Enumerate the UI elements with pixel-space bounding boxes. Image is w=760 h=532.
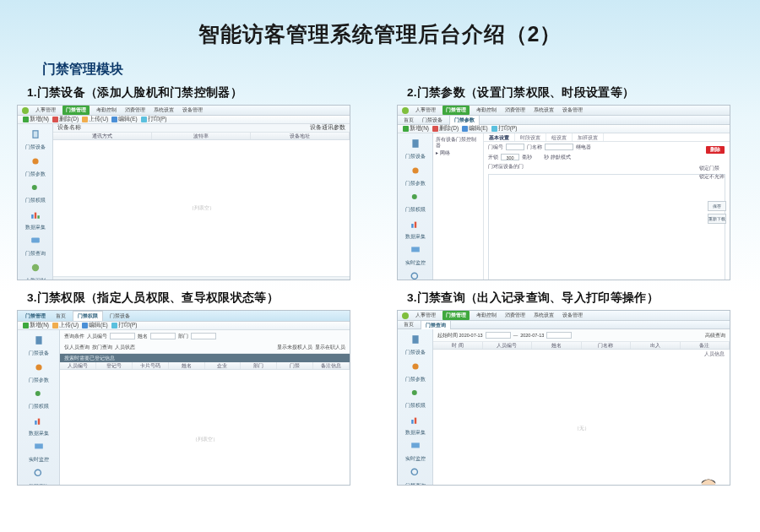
sidebar-query[interactable]: 门禁查询 [25, 252, 46, 257]
search-icon[interactable] [32, 467, 46, 480]
tab-query[interactable]: 门禁查询 [421, 320, 451, 330]
chart-icon[interactable] [32, 414, 46, 427]
sidebar-device[interactable]: 门禁设备 [405, 350, 426, 356]
sidebar-device[interactable]: 门禁设备 [25, 145, 46, 150]
search-icon[interactable] [409, 270, 422, 281]
key-icon[interactable] [29, 181, 42, 194]
print-button[interactable]: 打印(P) [111, 322, 138, 329]
sidebar-monitor[interactable]: 实时监控 [29, 458, 49, 463]
gear-icon[interactable] [29, 155, 42, 168]
menu-device[interactable]: 设备管理 [561, 312, 584, 319]
tab-device[interactable]: 门禁设备 [108, 312, 132, 320]
menu-attendance[interactable]: 考勤控制 [475, 312, 498, 319]
advanced-query-button[interactable]: 高级查询 [705, 333, 725, 339]
input-dateto[interactable] [546, 332, 572, 339]
edit-button[interactable]: 编辑(E) [111, 116, 138, 123]
upload-button[interactable]: 上传(U) [52, 322, 79, 329]
sidebar-monitor[interactable]: 实时监控 [405, 457, 426, 462]
menu-settings[interactable]: 系统设置 [152, 106, 176, 114]
door-icon[interactable] [32, 334, 46, 347]
device-tree[interactable]: 所有设备门禁控制器 ▸ 网络 [433, 133, 484, 280]
checkbox-unauth[interactable]: 显示未授权人员 [277, 345, 312, 350]
new-button[interactable]: 新增(N) [403, 125, 429, 133]
key-icon[interactable] [409, 190, 422, 204]
edit-button[interactable]: 编辑(E) [82, 322, 108, 329]
input-open[interactable]: 300 [501, 154, 519, 160]
sidebar-query[interactable]: 门禁查询 [405, 484, 426, 486]
tab-home[interactable]: 首页 [54, 312, 68, 320]
checkbox-status[interactable]: 人员状态 [115, 345, 135, 350]
sidebar-device[interactable]: 门禁设备 [405, 155, 426, 160]
chart-icon[interactable] [409, 217, 422, 231]
tab-home[interactable]: 首页 [402, 117, 415, 124]
menu-attendance[interactable]: 考勤控制 [475, 106, 498, 114]
tree-child[interactable]: ▸ 网络 [436, 149, 480, 157]
sidebar-perm[interactable]: 门禁权限 [405, 404, 426, 409]
tab-ot[interactable]: 加班设置 [573, 133, 604, 141]
sidebar-data[interactable]: 数据采集 [405, 431, 426, 436]
menu-consume[interactable]: 消费管理 [503, 106, 527, 114]
delete-button[interactable]: 删除(D) [432, 125, 459, 133]
menu-personnel[interactable]: 人事管理 [34, 106, 57, 114]
face-icon[interactable] [29, 261, 42, 274]
sidebar-perm[interactable]: 门禁权限 [405, 208, 426, 213]
menu-device[interactable]: 设备管理 [561, 106, 584, 114]
checkbox-active[interactable]: 显示在职人员 [315, 345, 345, 350]
menu-consume[interactable]: 消费管理 [503, 312, 527, 319]
input-doorname[interactable] [545, 144, 573, 150]
sidebar-face[interactable]: 人脸识别 [25, 279, 46, 281]
door-icon[interactable] [409, 137, 422, 150]
menu-personnel[interactable]: 人事管理 [414, 106, 437, 114]
search-icon[interactable] [409, 466, 422, 480]
input-datefrom[interactable] [486, 332, 511, 339]
key-icon[interactable] [32, 387, 46, 400]
sidebar-data[interactable]: 数据采集 [405, 235, 426, 240]
gear-icon[interactable] [409, 360, 422, 373]
monitor-icon[interactable] [32, 440, 46, 453]
tab-timeslot[interactable]: 时段设置 [515, 133, 546, 141]
monitor-icon[interactable] [29, 234, 42, 247]
checkbox-byperson[interactable]: 仅人员查询 [64, 345, 90, 350]
sidebar-monitor[interactable]: 实时监控 [405, 261, 426, 266]
delete-large-button[interactable]: 删除 [706, 146, 725, 154]
input-doorno[interactable] [506, 144, 524, 150]
sidebar-query[interactable]: 门禁查询 [29, 485, 49, 486]
tab-basic[interactable]: 基本设置 [484, 133, 515, 141]
checkbox-disallow[interactable]: 锁定不允许 [699, 174, 725, 180]
menu-personnel[interactable]: 人事管理 [414, 312, 437, 319]
sidebar-params[interactable]: 门禁参数 [25, 172, 46, 177]
redownload-button[interactable]: 重新下载 [708, 214, 726, 224]
menu-device[interactable]: 设备管理 [181, 106, 204, 114]
menu-access[interactable]: 门禁管理 [442, 311, 470, 320]
new-button[interactable]: 新增(N) [23, 322, 49, 329]
checkbox-bydoor[interactable]: 按门查询 [92, 345, 112, 350]
monitor-icon[interactable] [409, 243, 422, 257]
sidebar-perm[interactable]: 门禁权限 [25, 198, 46, 204]
menu-attendance[interactable]: 考勤控制 [95, 106, 118, 114]
monitor-icon[interactable] [409, 439, 422, 453]
sidebar-perm[interactable]: 门禁权限 [29, 404, 49, 410]
door-icon[interactable] [409, 333, 422, 346]
input-name[interactable] [150, 333, 176, 339]
save-button[interactable]: 保存 [708, 201, 726, 211]
menu-consume[interactable]: 消费管理 [123, 106, 147, 114]
door-icon[interactable] [29, 128, 42, 141]
sidebar-device[interactable]: 门禁设备 [29, 351, 49, 356]
print-button[interactable]: 打印(P) [141, 116, 167, 123]
upload-button[interactable]: 上传(U) [82, 116, 108, 123]
sidebar-params[interactable]: 门禁参数 [29, 378, 49, 383]
sidebar-data[interactable]: 数据采集 [29, 432, 49, 437]
chart-icon[interactable] [409, 413, 422, 426]
tab-perm[interactable]: 门禁权限 [73, 311, 103, 321]
sidebar-params[interactable]: 门禁参数 [405, 182, 426, 187]
input-userno[interactable] [110, 333, 135, 339]
tab-params[interactable]: 门禁参数 [449, 115, 480, 125]
menu-settings[interactable]: 系统设置 [532, 312, 556, 319]
sidebar-params[interactable]: 门禁参数 [405, 377, 426, 383]
menu-access[interactable]: 门禁管理 [442, 106, 470, 115]
input-dept[interactable] [191, 333, 216, 339]
tree-root[interactable]: 所有设备门禁控制器 [436, 136, 480, 149]
menu-access[interactable]: 门禁管理 [62, 106, 90, 115]
gear-icon[interactable] [409, 164, 422, 177]
tab-group[interactable]: 组设置 [546, 133, 573, 141]
